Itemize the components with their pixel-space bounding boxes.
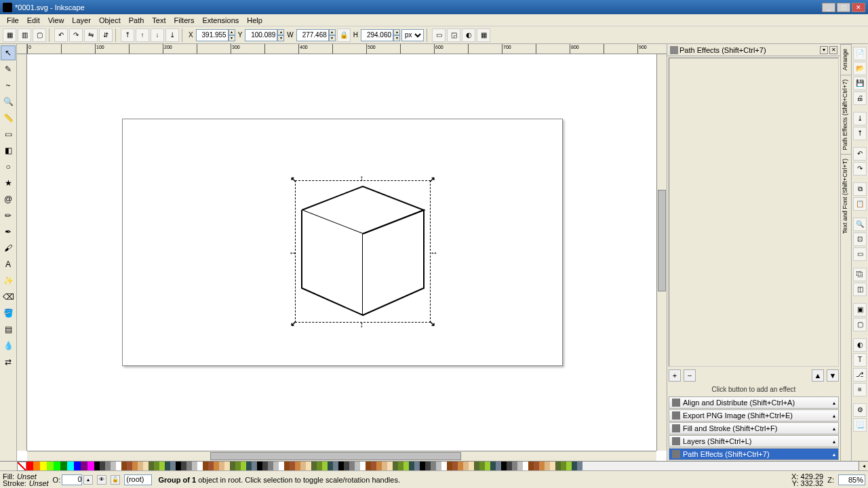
lower-bottom-button[interactable]: ⤓ xyxy=(165,28,179,42)
h-spin-down[interactable]: ▾ xyxy=(393,35,400,41)
color-swatch[interactable] xyxy=(441,462,447,470)
color-swatch[interactable] xyxy=(501,462,507,470)
color-swatch[interactable] xyxy=(306,462,311,470)
color-swatch[interactable] xyxy=(507,462,512,470)
color-swatch[interactable] xyxy=(311,462,317,470)
color-swatch[interactable] xyxy=(262,462,268,470)
dock-item[interactable]: Layers (Shift+Ctrl+L)▴ xyxy=(669,435,839,447)
color-swatch[interactable] xyxy=(425,462,431,470)
color-swatch[interactable] xyxy=(555,462,561,470)
color-swatch[interactable] xyxy=(138,462,143,470)
group-icon[interactable]: ▣ xyxy=(853,303,867,317)
color-swatch[interactable] xyxy=(485,462,490,470)
color-swatch[interactable] xyxy=(241,462,246,470)
layer-visible-icon[interactable]: 👁 xyxy=(97,475,106,485)
color-swatch[interactable] xyxy=(371,462,376,470)
color-swatch[interactable] xyxy=(333,462,338,470)
dock-iconify-button[interactable]: ▾ xyxy=(820,46,828,54)
color-swatch[interactable] xyxy=(344,462,349,470)
color-swatch[interactable] xyxy=(534,462,539,470)
color-swatch[interactable] xyxy=(181,462,186,470)
selector-tool[interactable]: ↖ xyxy=(1,45,16,60)
color-swatch[interactable] xyxy=(317,462,322,470)
raise-top-button[interactable]: ⤒ xyxy=(121,28,134,42)
flip-h-button[interactable]: ⇋ xyxy=(84,28,98,42)
menu-text[interactable]: Text xyxy=(148,16,170,25)
color-swatch[interactable] xyxy=(219,462,224,470)
ellipse-tool[interactable]: ○ xyxy=(1,159,16,174)
spiral-tool[interactable]: @ xyxy=(1,192,16,207)
menu-path[interactable]: Path xyxy=(125,16,149,25)
paste-icon[interactable]: 📋 xyxy=(853,197,867,211)
color-swatch[interactable] xyxy=(268,462,273,470)
menu-view[interactable]: View xyxy=(44,16,68,25)
lock-wh-button[interactable]: 🔒 xyxy=(337,28,351,42)
color-swatch[interactable] xyxy=(132,462,138,470)
color-swatch[interactable] xyxy=(159,462,165,470)
dock-item[interactable]: Align and Distribute (Shift+Ctrl+A)▴ xyxy=(669,396,839,409)
vtab[interactable]: Text and Font (Shift+Ctrl+T) xyxy=(841,154,851,238)
eraser-tool[interactable]: ⌫ xyxy=(1,289,16,304)
color-swatch[interactable] xyxy=(431,462,436,470)
color-swatch[interactable] xyxy=(149,462,154,470)
color-swatch[interactable] xyxy=(420,462,425,470)
color-swatch[interactable] xyxy=(94,462,100,470)
color-swatch[interactable] xyxy=(127,462,132,470)
color-swatch[interactable] xyxy=(33,462,40,470)
color-swatch[interactable] xyxy=(100,462,105,470)
raise-button[interactable]: ↑ xyxy=(136,28,149,42)
scroll-thumb-v[interactable] xyxy=(658,190,666,291)
color-swatch[interactable] xyxy=(214,462,219,470)
dropper-tool[interactable]: 💧 xyxy=(1,338,16,353)
fill-stroke-indicator[interactable]: Fill:Unset Stroke:Unset xyxy=(3,473,49,487)
color-swatch[interactable] xyxy=(469,462,474,470)
color-swatch[interactable] xyxy=(284,462,290,470)
color-swatch[interactable] xyxy=(436,462,441,470)
color-swatch[interactable] xyxy=(165,462,170,470)
ungroup-icon[interactable]: ▢ xyxy=(853,318,867,331)
select-all-layers-button[interactable]: ▥ xyxy=(18,28,31,42)
menu-extensions[interactable]: Extensions xyxy=(198,16,243,25)
color-swatch[interactable] xyxy=(447,462,452,470)
color-swatch[interactable] xyxy=(328,462,333,470)
color-swatch[interactable] xyxy=(572,462,577,470)
affect-corners-button[interactable]: ◲ xyxy=(447,28,460,42)
tweak-tool[interactable]: ~ xyxy=(1,78,16,93)
color-swatch[interactable] xyxy=(387,462,393,470)
zoom-input[interactable] xyxy=(838,474,865,485)
units-select[interactable]: px xyxy=(401,29,424,41)
canvas[interactable]: ↖ ↕ ↗ ↔ ↔ ↙ ↕ ↘ xyxy=(27,54,656,451)
dock-item[interactable]: Export PNG Image (Shift+Ctrl+E)▴ xyxy=(669,409,839,422)
color-swatch[interactable] xyxy=(116,462,121,470)
color-swatch[interactable] xyxy=(366,462,371,470)
export-icon[interactable]: ⤒ xyxy=(853,127,867,140)
dock-item[interactable]: Fill and Stroke (Shift+Ctrl+F)▴ xyxy=(669,422,839,434)
color-swatch[interactable] xyxy=(154,462,159,470)
gradient-tool[interactable]: ▤ xyxy=(1,322,16,337)
color-swatch[interactable] xyxy=(111,462,116,470)
color-swatch[interactable] xyxy=(414,462,420,470)
lower-button[interactable]: ↓ xyxy=(151,28,164,42)
color-swatch[interactable] xyxy=(121,462,127,470)
w-input[interactable] xyxy=(296,29,329,41)
color-swatch[interactable] xyxy=(409,462,414,470)
menu-edit[interactable]: Edit xyxy=(23,16,44,25)
rect-tool[interactable]: ▭ xyxy=(1,127,16,142)
align-icon[interactable]: ≡ xyxy=(853,383,867,396)
xml-icon[interactable]: ⎇ xyxy=(853,368,867,382)
spray-tool[interactable]: ✨ xyxy=(1,273,16,288)
zoom-selection-icon[interactable]: 🔍 xyxy=(853,218,867,231)
y-spin-down[interactable]: ▾ xyxy=(277,35,284,41)
vtab[interactable]: Path Effects (Shift+Ctrl+7) xyxy=(841,75,851,154)
color-swatch[interactable] xyxy=(74,462,81,470)
print-icon[interactable]: 🖨 xyxy=(853,92,867,105)
scroll-thumb-h[interactable] xyxy=(210,452,461,460)
select-all-button[interactable]: ▦ xyxy=(3,28,16,42)
3dbox-tool[interactable]: ◧ xyxy=(1,143,16,158)
color-swatch[interactable] xyxy=(322,462,328,470)
deselect-button[interactable]: ▢ xyxy=(33,28,46,42)
scrollbar-vertical[interactable] xyxy=(656,54,667,451)
opacity-input[interactable] xyxy=(62,474,82,485)
dock-close-button[interactable]: ✕ xyxy=(829,46,837,54)
color-swatch[interactable] xyxy=(349,462,355,470)
